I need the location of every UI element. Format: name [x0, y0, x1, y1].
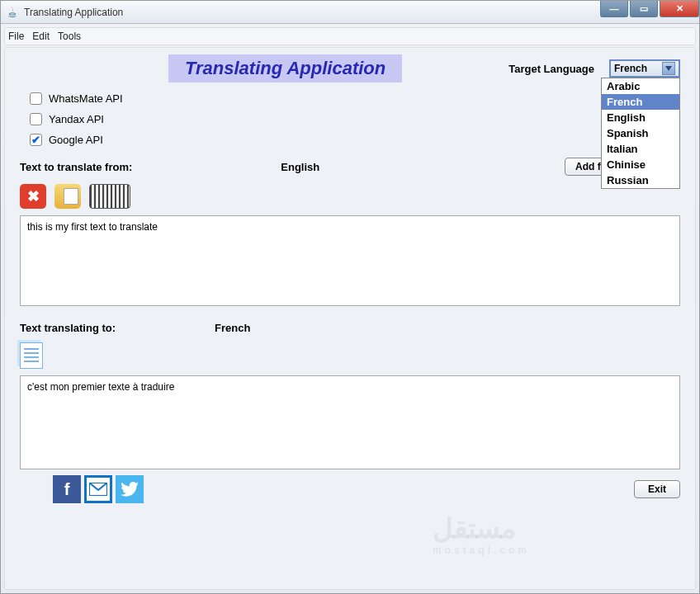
- menu-bar: File Edit Tools: [4, 27, 696, 45]
- facebook-icon[interactable]: f: [53, 475, 81, 503]
- dropdown-button[interactable]: French: [609, 59, 680, 78]
- titlebar: Translating Application — ▭ ✕: [1, 1, 699, 24]
- social-icons: f: [53, 475, 144, 503]
- google-checkbox[interactable]: ✔: [30, 134, 42, 146]
- yandax-row: Yandax API: [30, 113, 680, 125]
- app-title: Translating Application: [168, 54, 402, 82]
- target-language-dropdown: French ArabicFrenchEnglishSpanishItalian…: [609, 59, 680, 78]
- dropdown-option-arabic[interactable]: Arabic: [602, 78, 679, 94]
- close-button[interactable]: ✕: [660, 1, 699, 17]
- watermark: مستقل mostaql.com: [433, 512, 530, 556]
- whatsmate-checkbox[interactable]: [30, 92, 42, 105]
- whatsmate-row: WhatsMate API: [30, 92, 680, 105]
- menu-file[interactable]: File: [8, 31, 24, 42]
- minimize-button[interactable]: —: [600, 1, 628, 17]
- target-textarea[interactable]: [20, 375, 680, 469]
- email-icon[interactable]: [84, 475, 112, 503]
- whatsmate-label: WhatsMate API: [49, 92, 123, 105]
- target-toolbar: [20, 342, 680, 369]
- source-label: Text to translate from:: [20, 161, 132, 173]
- target-language: French: [215, 322, 250, 334]
- source-row-header: Text to translate from: English Add file…: [20, 158, 680, 176]
- dropdown-option-russian[interactable]: Russian: [602, 172, 679, 188]
- dropdown-option-chinise[interactable]: Chinise: [602, 157, 679, 172]
- source-textarea[interactable]: [20, 215, 680, 306]
- target-row-header: Text translating to: French: [20, 322, 680, 334]
- dropdown-option-italian[interactable]: Italian: [602, 141, 679, 157]
- exit-button[interactable]: Exit: [634, 480, 680, 498]
- footer-row: f Exit: [20, 475, 680, 503]
- google-label: Google API: [49, 134, 103, 146]
- app-window: Translating Application — ▭ ✕ File Edit …: [0, 0, 700, 594]
- source-toolbar: ✖: [20, 184, 680, 209]
- svg-point-0: [9, 12, 16, 14]
- dropdown-option-english[interactable]: English: [602, 110, 679, 125]
- target-language-label: Target Language: [508, 63, 594, 75]
- dropdown-option-french[interactable]: French: [602, 94, 679, 110]
- target-label: Text translating to:: [20, 322, 116, 334]
- yandax-checkbox[interactable]: [30, 113, 42, 125]
- paste-icon[interactable]: [54, 184, 81, 209]
- yandax-label: Yandax API: [49, 113, 104, 125]
- menu-tools[interactable]: Tools: [58, 31, 81, 42]
- window-title: Translating Application: [24, 7, 123, 18]
- clear-icon[interactable]: ✖: [20, 184, 46, 209]
- twitter-icon[interactable]: [116, 475, 144, 503]
- dropdown-selected: French: [614, 63, 647, 74]
- keyboard-icon[interactable]: [89, 184, 130, 209]
- chevron-down-icon: [662, 62, 675, 75]
- header-row: Translating Application Target Language …: [20, 54, 680, 82]
- source-language: English: [281, 161, 319, 173]
- content-area: Translating Application Target Language …: [4, 47, 696, 590]
- java-icon: [6, 6, 19, 19]
- maximize-button[interactable]: ▭: [630, 1, 658, 17]
- dropdown-list: ArabicFrenchEnglishSpanishItalianChinise…: [601, 78, 680, 189]
- document-icon[interactable]: [20, 342, 43, 369]
- api-checkboxes: WhatsMate API Yandax API ✔ Google API: [30, 92, 680, 146]
- window-controls: — ▭ ✕: [598, 1, 699, 19]
- dropdown-option-spanish[interactable]: Spanish: [602, 125, 679, 141]
- google-row: ✔ Google API: [30, 134, 680, 146]
- menu-edit[interactable]: Edit: [32, 31, 50, 42]
